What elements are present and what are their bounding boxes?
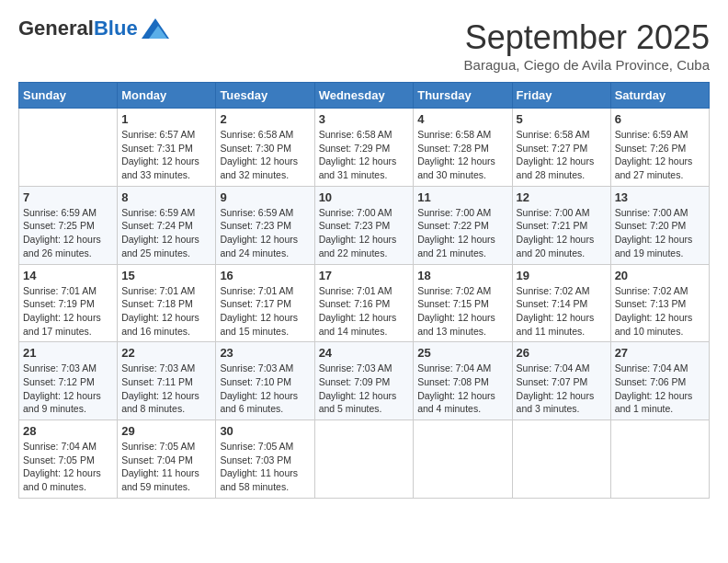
day-number: 27 xyxy=(615,346,705,360)
day-number: 28 xyxy=(23,424,113,438)
day-number: 18 xyxy=(417,269,507,282)
calendar-week-1: 7Sunrise: 6:59 AMSunset: 7:25 PMDaylight… xyxy=(19,186,710,264)
day-info: Sunrise: 7:03 AMSunset: 7:09 PMDaylight:… xyxy=(319,362,410,416)
logo-icon xyxy=(142,18,169,39)
day-number: 30 xyxy=(220,424,310,438)
calendar-cell: 29Sunrise: 7:05 AMSunset: 7:04 PMDayligh… xyxy=(118,420,216,499)
calendar-week-0: 1Sunrise: 6:57 AMSunset: 7:31 PMDaylight… xyxy=(19,109,710,187)
day-info: Sunrise: 6:58 AMSunset: 7:27 PMDaylight:… xyxy=(517,128,607,182)
calendar-cell: 11Sunrise: 7:00 AMSunset: 7:22 PMDayligh… xyxy=(414,186,512,264)
day-info: Sunrise: 7:04 AMSunset: 7:06 PMDaylight:… xyxy=(615,362,705,416)
day-info: Sunrise: 6:59 AMSunset: 7:25 PMDaylight:… xyxy=(23,206,113,260)
day-number: 4 xyxy=(417,112,507,126)
day-info: Sunrise: 6:59 AMSunset: 7:24 PMDaylight:… xyxy=(121,206,211,260)
day-info: Sunrise: 7:05 AMSunset: 7:04 PMDaylight:… xyxy=(121,440,211,494)
calendar-cell xyxy=(512,420,610,499)
calendar-cell: 20Sunrise: 7:02 AMSunset: 7:13 PMDayligh… xyxy=(610,264,709,342)
calendar-week-4: 28Sunrise: 7:04 AMSunset: 7:05 PMDayligh… xyxy=(19,420,710,499)
calendar-cell xyxy=(610,420,709,499)
title-block: September 2025 Baragua, Ciego de Avila P… xyxy=(464,18,710,73)
calendar-header-saturday: Saturday xyxy=(610,83,709,109)
day-info: Sunrise: 7:02 AMSunset: 7:15 PMDaylight:… xyxy=(417,284,507,339)
day-info: Sunrise: 7:01 AMSunset: 7:18 PMDaylight:… xyxy=(121,284,211,339)
calendar-cell: 2Sunrise: 6:58 AMSunset: 7:30 PMDaylight… xyxy=(216,109,314,187)
day-info: Sunrise: 7:03 AMSunset: 7:10 PMDaylight:… xyxy=(220,362,310,416)
calendar-header-thursday: Thursday xyxy=(414,83,512,109)
calendar-cell: 4Sunrise: 6:58 AMSunset: 7:28 PMDaylight… xyxy=(414,109,512,187)
calendar-cell: 23Sunrise: 7:03 AMSunset: 7:10 PMDayligh… xyxy=(216,342,314,420)
calendar-header-tuesday: Tuesday xyxy=(216,83,314,109)
calendar-cell: 6Sunrise: 6:59 AMSunset: 7:26 PMDaylight… xyxy=(610,109,709,187)
calendar-cell: 13Sunrise: 7:00 AMSunset: 7:20 PMDayligh… xyxy=(610,186,709,264)
day-info: Sunrise: 7:02 AMSunset: 7:13 PMDaylight:… xyxy=(615,284,705,339)
calendar-week-3: 21Sunrise: 7:03 AMSunset: 7:12 PMDayligh… xyxy=(19,342,710,420)
calendar-cell: 5Sunrise: 6:58 AMSunset: 7:27 PMDaylight… xyxy=(512,109,610,187)
calendar-header-row: SundayMondayTuesdayWednesdayThursdayFrid… xyxy=(19,83,710,109)
calendar-cell: 27Sunrise: 7:04 AMSunset: 7:06 PMDayligh… xyxy=(610,342,709,420)
day-number: 13 xyxy=(615,190,705,204)
day-number: 26 xyxy=(517,346,607,360)
day-number: 9 xyxy=(220,190,310,204)
day-info: Sunrise: 7:01 AMSunset: 7:16 PMDaylight:… xyxy=(319,284,410,339)
calendar-cell: 14Sunrise: 7:01 AMSunset: 7:19 PMDayligh… xyxy=(19,264,118,342)
day-info: Sunrise: 7:01 AMSunset: 7:19 PMDaylight:… xyxy=(23,284,113,339)
day-number: 29 xyxy=(121,424,211,438)
day-info: Sunrise: 7:05 AMSunset: 7:03 PMDaylight:… xyxy=(220,440,310,494)
calendar-cell: 12Sunrise: 7:00 AMSunset: 7:21 PMDayligh… xyxy=(512,186,610,264)
calendar-cell: 22Sunrise: 7:03 AMSunset: 7:11 PMDayligh… xyxy=(118,342,216,420)
calendar-cell: 3Sunrise: 6:58 AMSunset: 7:29 PMDaylight… xyxy=(314,109,414,187)
day-number: 17 xyxy=(319,269,410,282)
day-info: Sunrise: 6:58 AMSunset: 7:29 PMDaylight:… xyxy=(319,128,410,182)
calendar-week-2: 14Sunrise: 7:01 AMSunset: 7:19 PMDayligh… xyxy=(19,264,710,342)
calendar-header-monday: Monday xyxy=(118,83,216,109)
day-number: 20 xyxy=(615,269,705,282)
day-info: Sunrise: 7:02 AMSunset: 7:14 PMDaylight:… xyxy=(517,284,607,339)
day-info: Sunrise: 6:58 AMSunset: 7:30 PMDaylight:… xyxy=(220,128,310,182)
day-number: 6 xyxy=(615,112,705,126)
calendar-cell: 8Sunrise: 6:59 AMSunset: 7:24 PMDaylight… xyxy=(118,186,216,264)
calendar-cell: 18Sunrise: 7:02 AMSunset: 7:15 PMDayligh… xyxy=(414,264,512,342)
page-header: GeneralBlue September 2025 Baragua, Cieg… xyxy=(18,18,710,73)
day-info: Sunrise: 7:04 AMSunset: 7:05 PMDaylight:… xyxy=(23,440,113,494)
day-info: Sunrise: 7:00 AMSunset: 7:23 PMDaylight:… xyxy=(319,206,410,260)
calendar-cell: 15Sunrise: 7:01 AMSunset: 7:18 PMDayligh… xyxy=(118,264,216,342)
day-info: Sunrise: 7:00 AMSunset: 7:22 PMDaylight:… xyxy=(417,206,507,260)
calendar-cell: 24Sunrise: 7:03 AMSunset: 7:09 PMDayligh… xyxy=(314,342,414,420)
day-info: Sunrise: 7:00 AMSunset: 7:20 PMDaylight:… xyxy=(615,206,705,260)
day-number: 3 xyxy=(319,112,410,126)
day-number: 1 xyxy=(121,112,211,126)
calendar-cell: 10Sunrise: 7:00 AMSunset: 7:23 PMDayligh… xyxy=(314,186,414,264)
calendar-cell: 17Sunrise: 7:01 AMSunset: 7:16 PMDayligh… xyxy=(314,264,414,342)
day-number: 2 xyxy=(220,112,310,126)
calendar-header-sunday: Sunday xyxy=(19,83,118,109)
day-info: Sunrise: 6:59 AMSunset: 7:26 PMDaylight:… xyxy=(615,128,705,182)
day-info: Sunrise: 6:58 AMSunset: 7:28 PMDaylight:… xyxy=(417,128,507,182)
day-info: Sunrise: 7:04 AMSunset: 7:07 PMDaylight:… xyxy=(517,362,607,416)
calendar-cell: 30Sunrise: 7:05 AMSunset: 7:03 PMDayligh… xyxy=(216,420,314,499)
calendar-cell: 9Sunrise: 6:59 AMSunset: 7:23 PMDaylight… xyxy=(216,186,314,264)
calendar-header-friday: Friday xyxy=(512,83,610,109)
calendar-cell: 7Sunrise: 6:59 AMSunset: 7:25 PMDaylight… xyxy=(19,186,118,264)
calendar-cell: 16Sunrise: 7:01 AMSunset: 7:17 PMDayligh… xyxy=(216,264,314,342)
calendar-cell: 25Sunrise: 7:04 AMSunset: 7:08 PMDayligh… xyxy=(414,342,512,420)
logo-general: General xyxy=(18,17,94,40)
day-number: 11 xyxy=(417,190,507,204)
calendar-cell: 28Sunrise: 7:04 AMSunset: 7:05 PMDayligh… xyxy=(19,420,118,499)
month-title: September 2025 xyxy=(464,18,710,57)
calendar-cell xyxy=(19,109,118,187)
day-number: 19 xyxy=(517,269,607,282)
day-number: 21 xyxy=(23,346,113,360)
day-number: 8 xyxy=(121,190,211,204)
day-number: 16 xyxy=(220,269,310,282)
day-number: 12 xyxy=(517,190,607,204)
day-number: 25 xyxy=(417,346,507,360)
logo-blue: Blue xyxy=(94,17,138,40)
calendar-cell: 1Sunrise: 6:57 AMSunset: 7:31 PMDaylight… xyxy=(118,109,216,187)
day-info: Sunrise: 7:04 AMSunset: 7:08 PMDaylight:… xyxy=(417,362,507,416)
calendar-table: SundayMondayTuesdayWednesdayThursdayFrid… xyxy=(18,82,710,499)
day-info: Sunrise: 6:59 AMSunset: 7:23 PMDaylight:… xyxy=(220,206,310,260)
location: Baragua, Ciego de Avila Province, Cuba xyxy=(464,57,710,73)
calendar-header-wednesday: Wednesday xyxy=(314,83,414,109)
day-info: Sunrise: 7:03 AMSunset: 7:12 PMDaylight:… xyxy=(23,362,113,416)
day-info: Sunrise: 7:01 AMSunset: 7:17 PMDaylight:… xyxy=(220,284,310,339)
